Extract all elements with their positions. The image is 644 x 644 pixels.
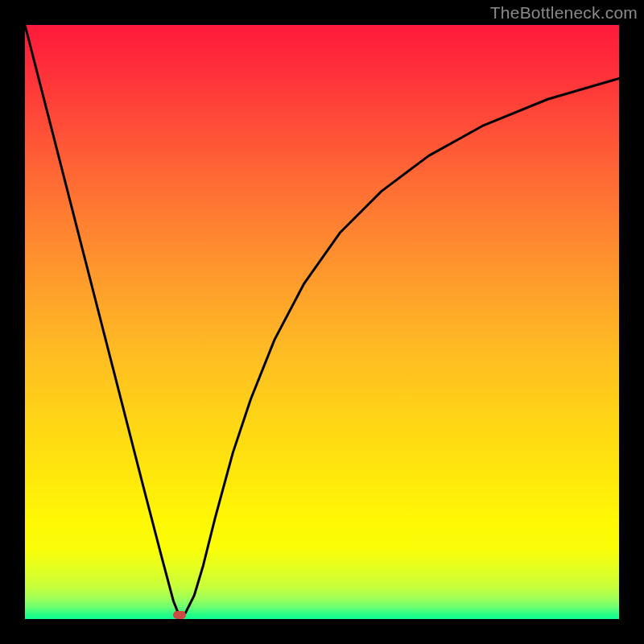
bottleneck-curve: [25, 25, 619, 619]
chart-frame: TheBottleneck.com: [0, 0, 644, 644]
minimum-marker: [173, 611, 186, 619]
watermark-text: TheBottleneck.com: [490, 3, 638, 23]
plot-area: [25, 25, 619, 619]
